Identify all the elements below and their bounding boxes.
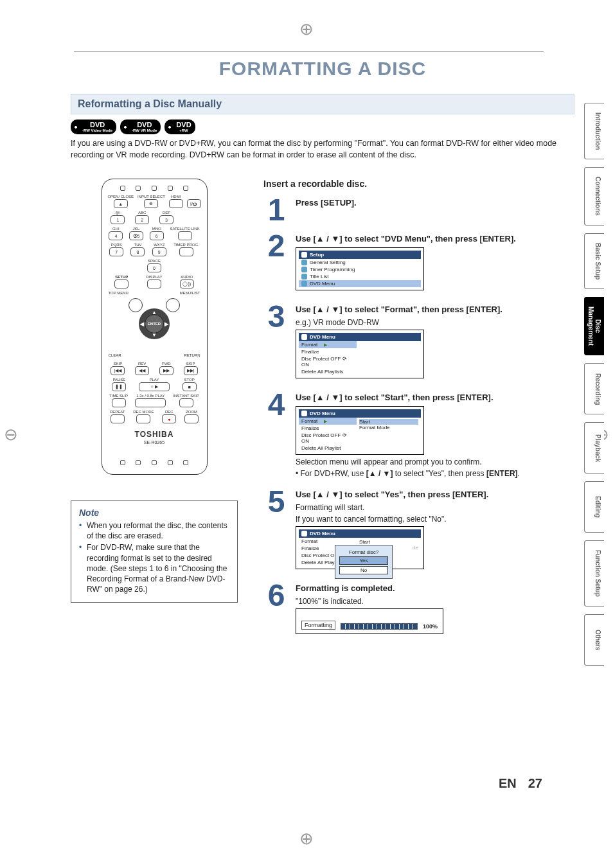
disc-badge-plusrw: DVD+RW [164,120,195,134]
screen-setup: Setup General Setting Timer Programming … [296,247,424,290]
tab-recording[interactable]: Recording [584,363,604,414]
disc-icon [301,531,307,536]
step-5: 5 Use [▲ / ▼] to select "Yes", then pres… [263,490,574,572]
step-3: 3 Use [▲ / ▼] to select "Format", then p… [263,305,574,381]
tab-playback[interactable]: Playback [584,422,604,474]
step-2: 2 Use [▲ / ▼] to select "DVD Menu", then… [263,234,574,293]
disc-badge-rw-video: DVD-RW Video Mode [71,120,116,134]
btn-power: I/⏻ [187,195,201,208]
screen-format-confirm: DVD Menu Format Finalize Disc Protect OF… [296,526,424,569]
tab-introduction[interactable]: Introduction [584,103,604,159]
intro-text: If you are using a DVD-RW or DVD+RW, you… [71,138,574,161]
lbl-menu-list: MENU/LIST [179,291,200,295]
step-4: 4 Use [▲ / ▼] to select "Start", then pr… [263,393,574,478]
tab-others[interactable]: Others [584,614,604,666]
tab-function-setup[interactable]: Function Setup [584,540,604,607]
screen-dvd-menu-format: DVD Menu Format Finalize Disc Protect OF… [296,330,424,378]
section-heading: Reformatting a Disc Manually [71,94,574,114]
progress-screen: Formatting 100% [296,608,443,634]
lbl-clear: CLEAR [109,353,121,357]
note-box: Note When you reformat the disc, the con… [71,500,238,603]
page-footer: EN27 [499,776,542,791]
tab-connections[interactable]: Connections [584,167,604,226]
format-dialog: Format disc? Yes No [335,545,393,579]
tab-editing[interactable]: Editing [584,481,604,533]
setup-icon [301,252,307,258]
remote-model: SE-R0265 [106,440,203,445]
btn-open-close: OPEN/ CLOSE▲ [107,195,134,208]
tab-disc-management[interactable]: DiscManagement [584,297,604,355]
arrow-up-icon: ▲ [152,310,157,315]
note-item: For DVD-RW, make sure that the recording… [79,542,229,594]
disc-icon [301,334,307,340]
btn-setup: SETUP [114,275,129,288]
side-tabs: Introduction Connections Basic Setup Dis… [584,103,604,666]
arrow-down-icon: ▼ [152,332,157,338]
step-1: 1 Press [SETUP]. [263,198,574,222]
disc-badge-rw-vr: DVD-RW VR Mode [120,120,161,134]
remote-illustration: OPEN/ CLOSE▲ INPUT SELECT⊕ HDMI I/⏻ .@/:… [102,179,208,475]
btn-enter: ENTER [145,314,164,333]
btn-hdmi: HDMI [169,195,183,208]
arrow-left-icon: ◀ [140,321,144,327]
lbl-return: RETURN [184,353,200,357]
btn-timer-prog: TIMER PROG. [173,243,199,256]
note-item: When you reformat the disc, the contents… [79,520,229,541]
btn-satellite-link: SATELLITE LINK [170,227,199,240]
arrow-right-icon: ▶ [164,321,168,327]
screen-format-start: DVD Menu Format Finalize Disc Protect OF… [296,406,424,455]
page-title: FORMATTING A DISC [71,58,574,80]
insert-heading: Insert a recordable disc. [263,179,574,189]
step-6: 6 Formatting is completed. "100%" is ind… [263,583,574,634]
note-heading: Note [79,508,229,518]
lbl-top-menu: TOP MENU [109,291,129,295]
dpad: ENTER ▲ ▼ ◀ ▶ [129,298,180,350]
disc-badges: DVD-RW Video Mode DVD-RW VR Mode DVD+RW [71,120,574,134]
disc-icon [301,411,307,416]
tab-basic-setup[interactable]: Basic Setup [584,233,604,289]
btn-input-select: INPUT SELECT⊕ [138,195,165,208]
remote-brand: TOSHIBA [106,430,203,439]
